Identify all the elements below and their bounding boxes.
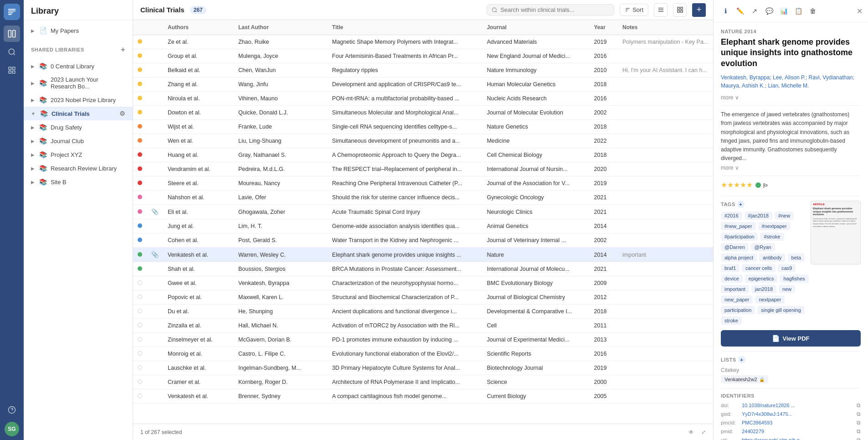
tag-item[interactable]: nextpaper bbox=[755, 295, 785, 304]
list-view-button[interactable] bbox=[654, 3, 668, 17]
nav-grid-icon[interactable] bbox=[4, 62, 20, 78]
tag-item[interactable]: #participation bbox=[721, 233, 758, 241]
sidebar-item-central-library[interactable]: ▶ 📚 0 Central Library bbox=[24, 59, 133, 73]
tag-item[interactable]: new bbox=[779, 285, 795, 293]
sidebar-item-nobel-prize[interactable]: ▶ 📚 2023 Nobel Prize Library bbox=[24, 93, 133, 107]
table-row[interactable]: 📎 Eli et al. Ghogawala, Zoher Acute Trau… bbox=[133, 205, 713, 219]
search-input[interactable] bbox=[500, 6, 609, 13]
sidebar-item-research-review[interactable]: ▶ 📚 Research Review Library bbox=[24, 161, 133, 175]
table-row[interactable]: Group et al. Mulenga, Joyce Four Artemis… bbox=[133, 49, 713, 63]
sidebar-item-launch-research[interactable]: ▶ 📚 2023 Launch Your Research Bo... bbox=[24, 73, 133, 93]
table-row[interactable]: Cohen et al. Post, Gerald S. Water Trans… bbox=[133, 233, 713, 248]
table-row[interactable]: Ze et al. Zhao, Ruike Magnetic Shape Mem… bbox=[133, 35, 713, 49]
tag-item[interactable]: new_paper bbox=[721, 295, 753, 304]
col-last-author[interactable]: Last Author bbox=[234, 20, 328, 35]
tag-item[interactable]: #stroke bbox=[760, 233, 784, 241]
copy-icon[interactable]: 📋 bbox=[792, 5, 805, 17]
eye-icon[interactable]: 👁 bbox=[688, 429, 694, 435]
add-paper-button[interactable]: + bbox=[692, 3, 706, 17]
table-row[interactable]: Nahshon et al. Lavie, Ofer Should the ri… bbox=[133, 191, 713, 205]
tag-item[interactable]: single gill opening bbox=[757, 306, 804, 314]
table-row[interactable]: Zinselmeyer et al. McGavern, Dorian B. P… bbox=[133, 333, 713, 347]
tag-item[interactable]: important bbox=[721, 285, 749, 293]
copy-identifier-icon[interactable]: ⧉ bbox=[857, 437, 861, 440]
sidebar-item-project-xyz[interactable]: ▶ 📚 Project XYZ bbox=[24, 148, 133, 161]
tag-item[interactable]: antibody bbox=[759, 254, 786, 262]
user-avatar[interactable]: SG bbox=[5, 422, 19, 436]
table-row[interactable]: Steere et al. Moureau, Nancy Reaching On… bbox=[133, 176, 713, 191]
table-row[interactable]: Cramer et al. Kornberg, Roger D. Archite… bbox=[133, 375, 713, 389]
expand-icon[interactable]: ⤢ bbox=[701, 429, 706, 435]
copy-identifier-icon[interactable]: ⧉ bbox=[857, 419, 861, 426]
identifier-value[interactable]: https://www.ncbi.nlm.nih.n... bbox=[742, 437, 854, 440]
copy-identifier-icon[interactable]: ⧉ bbox=[857, 402, 861, 409]
table-row[interactable]: Vendramim et al. Pedreira, M.d.L.G. The … bbox=[133, 162, 713, 176]
sort-button[interactable]: Sort bbox=[620, 4, 648, 16]
table-row[interactable]: Belkaid et al. Chen, WanJun Regulatory r… bbox=[133, 63, 713, 78]
tag-item[interactable]: hagfishes bbox=[780, 274, 808, 283]
tag-item[interactable]: stroke bbox=[721, 316, 742, 325]
edit-icon[interactable]: ✏️ bbox=[734, 5, 746, 17]
authors-more-link[interactable]: more ∨ bbox=[721, 94, 861, 101]
sidebar-item-clinical-trials[interactable]: ▼ 📚 Clinical Trials ⚙ bbox=[24, 107, 133, 120]
tag-item[interactable]: beta bbox=[788, 254, 805, 262]
table-row[interactable]: Lauschke et al. Ingelman-Sundberg, M... … bbox=[133, 361, 713, 375]
col-title[interactable]: Title bbox=[328, 20, 483, 35]
table-row[interactable]: Wijst et al. Franke, Lude Single-cell RN… bbox=[133, 120, 713, 134]
settings-icon[interactable]: ⚙ bbox=[119, 110, 125, 117]
tag-item[interactable]: #2016 bbox=[721, 212, 742, 220]
chart-icon[interactable]: 📊 bbox=[777, 5, 790, 17]
tag-item[interactable]: @Darren bbox=[721, 243, 749, 251]
view-pdf-button[interactable]: 📄 View PDF bbox=[721, 330, 861, 347]
col-authors[interactable]: Authors bbox=[163, 20, 234, 35]
table-row[interactable]: Gwee et al. Venkatesh, Byrappa Character… bbox=[133, 276, 713, 290]
tag-item[interactable]: epigenetics bbox=[745, 274, 778, 283]
copy-identifier-icon[interactable]: ⧉ bbox=[857, 428, 861, 435]
tag-item[interactable]: device bbox=[721, 274, 743, 283]
tag-item[interactable]: jan2018 bbox=[751, 285, 776, 293]
table-row[interactable]: 📎 Venkatesh et al. Warren, Wesley C. Ele… bbox=[133, 248, 713, 262]
table-row[interactable]: Zinzalla et al. Hall, Michael N. Activat… bbox=[133, 319, 713, 333]
sidebar-item-journal-club[interactable]: ▶ 📚 Journal Club bbox=[24, 134, 133, 148]
table-row[interactable]: Monroig et al. Castro, L. Filipe C. Evol… bbox=[133, 347, 713, 361]
tag-item[interactable]: cas9 bbox=[778, 264, 796, 272]
tag-item[interactable]: braf1 bbox=[721, 264, 740, 272]
col-year[interactable]: Year bbox=[590, 20, 618, 35]
table-row[interactable]: Venkatesh et al. Brenner, Sydney A compa… bbox=[133, 389, 713, 404]
sidebar-item-site-b[interactable]: ▶ 📚 Site B bbox=[24, 175, 133, 189]
citekey-pill[interactable]: Venkatesh2w2 🔒 bbox=[721, 375, 768, 383]
tag-item[interactable]: #new bbox=[775, 212, 794, 220]
tag-item[interactable]: @Ryan bbox=[751, 243, 775, 251]
app-logo[interactable] bbox=[4, 4, 20, 20]
identifier-value[interactable]: 10.1038/nature12826 ... bbox=[742, 403, 854, 408]
col-notes[interactable]: Notes bbox=[618, 20, 713, 35]
grid-view-button[interactable] bbox=[673, 3, 687, 17]
sidebar-item-drug-safety[interactable]: ▶ 📚 Drug Safety bbox=[24, 120, 133, 134]
comment-icon[interactable]: 💬 bbox=[763, 5, 776, 17]
tag-item[interactable]: alpha project bbox=[721, 254, 757, 262]
table-row[interactable]: Zhang et al. Wang, Jinfu Development and… bbox=[133, 78, 713, 92]
add-library-button[interactable]: + bbox=[121, 46, 125, 54]
search-box[interactable] bbox=[487, 4, 614, 16]
table-row[interactable]: Popovic et al. Maxwell, Karen L. Structu… bbox=[133, 290, 713, 305]
table-row[interactable]: Shah et al. Boussios, Stergios BRCA Muta… bbox=[133, 262, 713, 276]
tag-item[interactable]: #jan2018 bbox=[745, 212, 772, 220]
abstract-more-link[interactable]: more ∨ bbox=[721, 165, 861, 171]
nav-library-icon[interactable] bbox=[4, 26, 20, 42]
panel-close-button[interactable]: ✕ bbox=[857, 7, 863, 16]
table-row[interactable]: Huang et al. Gray, Nathanael S. A Chemop… bbox=[133, 148, 713, 162]
tag-item[interactable]: #new_paper bbox=[721, 222, 756, 230]
add-list-button[interactable]: + bbox=[738, 356, 745, 363]
table-row[interactable]: Du et al. He, Shunping Ancient duplicati… bbox=[133, 305, 713, 319]
add-tag-button[interactable]: + bbox=[737, 201, 745, 208]
help-icon[interactable] bbox=[4, 402, 20, 418]
sidebar-item-my-papers[interactable]: ▶ 📄 My Papers bbox=[24, 24, 133, 37]
share-icon[interactable]: ↗ bbox=[748, 5, 761, 17]
identifier-value[interactable]: YyD7r4x308wJ:1475... bbox=[742, 411, 854, 417]
info-icon[interactable]: ℹ bbox=[719, 5, 732, 17]
col-journal[interactable]: Journal bbox=[482, 20, 589, 35]
table-row[interactable]: Niroula et al. Vihinen, Mauno PON-mt-tRN… bbox=[133, 92, 713, 106]
table-row[interactable]: Dowton et al. Quicke, Donald L.J. Simult… bbox=[133, 106, 713, 120]
table-row[interactable]: Jung et al. Lim, H. T. Genome-wide assoc… bbox=[133, 219, 713, 233]
copy-identifier-icon[interactable]: ⧉ bbox=[857, 411, 861, 417]
